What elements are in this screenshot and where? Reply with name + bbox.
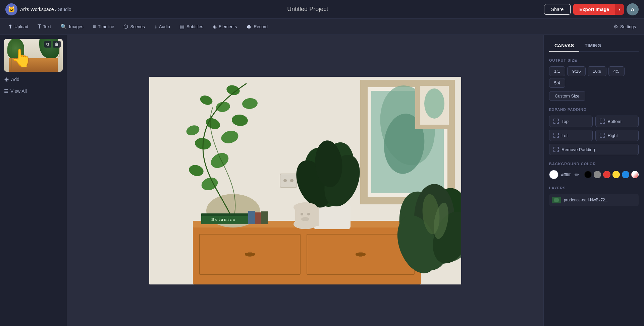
svg-rect-50 bbox=[261, 211, 268, 224]
toolbar-record-label: Record bbox=[254, 24, 268, 29]
size-5-4[interactable]: 5:4 bbox=[549, 78, 565, 88]
tab-canvas[interactable]: CANVAS bbox=[549, 40, 579, 52]
layer-name: prudence-earl-NwBx72... bbox=[564, 198, 608, 202]
list-icon: ☰ bbox=[4, 88, 8, 94]
plus-icon: ⊕ bbox=[4, 76, 9, 83]
output-size-section: OUTPUT SIZE 1:1 9:16 16:9 4:5 5:4 Custom… bbox=[549, 58, 639, 101]
padding-right-icon bbox=[600, 133, 605, 138]
layer-item[interactable]: prudence-earl-NwBx72... bbox=[549, 194, 639, 206]
size-16-9[interactable]: 16:9 bbox=[588, 66, 606, 76]
toolbar-upload[interactable]: ⬆ Upload bbox=[4, 21, 32, 32]
toolbar-text[interactable]: T Text bbox=[34, 22, 55, 32]
toolbar-settings[interactable]: ⚙ Settings bbox=[609, 21, 640, 32]
svg-rect-49 bbox=[255, 212, 261, 224]
layer-thumbnail bbox=[552, 197, 561, 203]
share-button[interactable]: Share bbox=[544, 4, 571, 15]
right-panel: CANVAS TIMING OUTPUT SIZE 1:1 9:16 16:9 … bbox=[543, 35, 644, 326]
custom-size-button[interactable]: Custom Size bbox=[549, 91, 585, 101]
svg-rect-17 bbox=[356, 253, 366, 256]
padding-grid: Top Bottom Left Right bbox=[549, 116, 639, 141]
svg-rect-16 bbox=[245, 253, 255, 256]
svg-point-41 bbox=[293, 202, 317, 212]
export-chevron-button[interactable]: ▾ bbox=[615, 4, 624, 15]
export-image-button[interactable]: Export Image bbox=[573, 4, 615, 15]
toolbar-record[interactable]: ⏺ Record bbox=[242, 22, 272, 32]
scene-delete-button[interactable]: 🗑 bbox=[53, 41, 61, 48]
workspace-info: 🐱 Ari's Workspace › Studio bbox=[5, 3, 71, 15]
background-color-label: BACKGROUND COLOR bbox=[549, 162, 639, 166]
svg-text:Botanica: Botanica bbox=[211, 217, 236, 222]
toolbar-audio[interactable]: ♪ Audio bbox=[150, 22, 174, 32]
tab-timing[interactable]: TIMING bbox=[579, 40, 606, 52]
top-actions: Share Export Image ▾ A bbox=[544, 3, 639, 15]
size-4-5[interactable]: 4:5 bbox=[608, 66, 625, 76]
canvas-area: Botanica bbox=[67, 35, 543, 326]
app-name: Studio bbox=[58, 7, 71, 12]
toolbar-scenes-label: Scenes bbox=[130, 24, 145, 29]
padding-bottom-button[interactable]: Bottom bbox=[595, 116, 639, 127]
canvas-svg: Botanica bbox=[149, 77, 461, 284]
padding-top-button[interactable]: Top bbox=[549, 116, 593, 127]
toolbar-text-label: Text bbox=[43, 24, 51, 29]
settings-icon: ⚙ bbox=[613, 23, 618, 30]
toolbar-subtitles[interactable]: ▤ Subtitles bbox=[175, 21, 207, 32]
svg-point-6 bbox=[283, 179, 287, 182]
svg-point-7 bbox=[290, 179, 293, 182]
toolbar-images[interactable]: 🔍 Images bbox=[56, 21, 88, 32]
padding-bottom-label: Bottom bbox=[608, 119, 622, 124]
swatch-gradient[interactable] bbox=[631, 171, 639, 178]
swatch-yellow[interactable] bbox=[612, 171, 620, 178]
toolbar-timeline-label: Timeline bbox=[98, 24, 114, 29]
toolbar-upload-label: Upload bbox=[14, 24, 28, 29]
toolbar-scenes[interactable]: ⬡ Scenes bbox=[119, 21, 149, 32]
toolbar-subtitles-label: Subtitles bbox=[186, 24, 203, 29]
images-icon: 🔍 bbox=[60, 23, 67, 30]
padding-top-icon bbox=[553, 119, 559, 124]
add-label: Add bbox=[11, 77, 19, 82]
swatch-red[interactable] bbox=[603, 171, 610, 178]
workspace-name[interactable]: Ari's Workspace bbox=[20, 7, 54, 12]
padding-left-button[interactable]: Left bbox=[549, 130, 593, 141]
canvas-image[interactable]: Botanica bbox=[149, 77, 461, 284]
svg-point-42 bbox=[301, 213, 303, 215]
color-row: #ffffff ✏ bbox=[549, 170, 639, 179]
color-swatches bbox=[584, 171, 639, 178]
record-icon: ⏺ bbox=[246, 24, 252, 30]
scene-actions: ⧉ 🗑 bbox=[44, 41, 61, 48]
timeline-icon: ≡ bbox=[93, 24, 96, 30]
main-layout: ⧉ 🗑 👆 ⊕ Add ☰ View All bbox=[0, 35, 644, 326]
padding-right-button[interactable]: Right bbox=[595, 130, 639, 141]
toolbar-elements[interactable]: ◈ Elements bbox=[209, 21, 241, 32]
toolbar-images-label: Images bbox=[69, 24, 84, 29]
view-all-label: View All bbox=[10, 88, 27, 94]
eyedropper-button[interactable]: ✏ bbox=[573, 170, 580, 179]
svg-rect-48 bbox=[248, 211, 255, 224]
padding-left-label: Left bbox=[561, 133, 569, 138]
svg-point-60 bbox=[554, 198, 559, 202]
view-all-button[interactable]: ☰ View All bbox=[4, 87, 63, 95]
top-bar: 🐱 Ari's Workspace › Studio Untitled Proj… bbox=[0, 0, 644, 19]
remove-padding-button[interactable]: Remove Padding bbox=[549, 144, 639, 155]
swatch-black[interactable] bbox=[584, 171, 592, 178]
color-hex-value[interactable]: #ffffff bbox=[561, 172, 571, 177]
toolbar: ⬆ Upload T Text 🔍 Images ≡ Timeline ⬡ Sc… bbox=[0, 19, 644, 35]
expand-padding-label: EXPAND PADDING bbox=[549, 108, 639, 112]
user-avatar[interactable]: A bbox=[627, 3, 639, 15]
toolbar-timeline[interactable]: ≡ Timeline bbox=[89, 22, 118, 32]
output-size-label: OUTPUT SIZE bbox=[549, 58, 639, 62]
scene-thumbnail[interactable]: ⧉ 🗑 👆 bbox=[4, 39, 63, 72]
swatch-blue[interactable] bbox=[622, 171, 629, 178]
svg-point-43 bbox=[307, 213, 310, 215]
size-9-16[interactable]: 9:16 bbox=[567, 66, 586, 76]
svg-rect-46 bbox=[201, 213, 248, 216]
color-preview[interactable] bbox=[549, 170, 558, 179]
svg-point-44 bbox=[301, 217, 309, 221]
add-scene-button[interactable]: ⊕ Add bbox=[4, 74, 63, 84]
padding-right-label: Right bbox=[608, 133, 618, 138]
scene-copy-button[interactable]: ⧉ bbox=[44, 41, 51, 48]
size-1-1[interactable]: 1:1 bbox=[549, 66, 565, 76]
export-button-group: Export Image ▾ bbox=[573, 4, 624, 15]
project-title: Untitled Project bbox=[75, 6, 540, 13]
swatch-gray[interactable] bbox=[594, 171, 601, 178]
svg-point-9 bbox=[424, 88, 444, 119]
